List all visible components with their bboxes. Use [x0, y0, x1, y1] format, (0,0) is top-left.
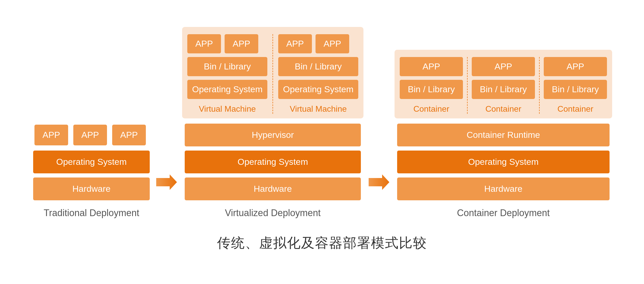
svg-marker-0: [156, 174, 177, 190]
cont-container-area: APP Bin / Library Container APP Bin / Li…: [395, 50, 612, 118]
trad-app-1: APP: [34, 125, 68, 145]
trad-apps-row: APP APP APP: [32, 125, 146, 145]
diagram-main: APP APP APP Operating System Hardware Tr…: [21, 27, 623, 218]
vm2-apps-row: APP APP: [278, 34, 358, 53]
cont-os: Operating System: [397, 151, 610, 173]
virt-vm-area: APP APP Bin / Library Operating System V…: [182, 27, 363, 118]
vm1-bin: Bin / Library: [187, 57, 267, 76]
trad-label: Traditional Deployment: [44, 208, 139, 218]
traditional-col: APP APP APP Operating System Hardware Tr…: [32, 125, 151, 218]
cont2-app: APP: [472, 57, 535, 76]
cont1-app: APP: [400, 57, 463, 76]
cont1-label: Container: [400, 104, 463, 114]
vm2-app-2: APP: [316, 34, 349, 53]
vm1-os: Operating System: [187, 80, 267, 99]
cont2-label: Container: [472, 104, 535, 114]
vm2-bin: Bin / Library: [278, 57, 358, 76]
virtualized-col: APP APP Bin / Library Operating System V…: [182, 27, 363, 218]
vm1-app-2: APP: [225, 34, 258, 53]
cont-block-1: APP Bin / Library Container: [400, 57, 463, 114]
cont3-app: APP: [544, 57, 607, 76]
vm1-apps-row: APP APP: [187, 34, 267, 53]
virt-hypervisor: Hypervisor: [185, 124, 361, 146]
svg-marker-1: [369, 174, 389, 190]
trad-os: Operating System: [33, 151, 150, 173]
cont3-label: Container: [544, 104, 607, 114]
cont2-bin: Bin / Library: [472, 80, 535, 99]
trad-app-2: APP: [73, 125, 107, 145]
cont-block-3: APP Bin / Library Container: [539, 57, 607, 114]
vm-block-2: APP APP Bin / Library Operating System V…: [273, 34, 358, 114]
footer-text: 传统、虚拟化及容器部署模式比较: [217, 234, 427, 252]
arrow-2: [369, 174, 389, 218]
vm2-os: Operating System: [278, 80, 358, 99]
diagram-wrapper: APP APP APP Operating System Hardware Tr…: [0, 11, 644, 273]
vm1-app-1: APP: [187, 34, 221, 53]
cont-runtime: Container Runtime: [397, 124, 610, 146]
cont-block-2: APP Bin / Library Container: [467, 57, 535, 114]
cont-hw: Hardware: [397, 178, 610, 200]
vm2-label: Virtual Machine: [278, 104, 358, 114]
cont-label-col: Container Deployment: [457, 208, 550, 218]
trad-app-3: APP: [112, 125, 146, 145]
trad-hw: Hardware: [33, 178, 150, 200]
vm-block-1: APP APP Bin / Library Operating System V…: [187, 34, 267, 114]
virt-hw: Hardware: [185, 178, 361, 200]
vm1-label: Virtual Machine: [187, 104, 267, 114]
virt-label: Virtualized Deployment: [225, 208, 321, 218]
arrow-icon-2: [369, 174, 389, 190]
virt-os: Operating System: [185, 151, 361, 173]
cont1-bin: Bin / Library: [400, 80, 463, 99]
container-col: APP Bin / Library Container APP Bin / Li…: [395, 50, 612, 218]
arrow-1: [156, 174, 177, 218]
cont3-bin: Bin / Library: [544, 80, 607, 99]
vm2-app-1: APP: [278, 34, 312, 53]
arrow-icon-1: [156, 174, 177, 190]
